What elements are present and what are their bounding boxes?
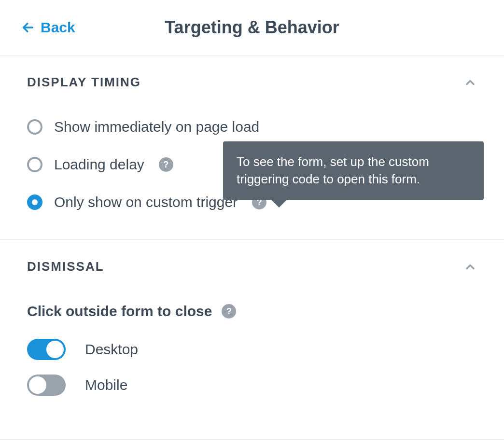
toggle-label: Mobile [85,377,127,393]
section-title: Dismissal [27,259,104,274]
chevron-up-icon [463,76,477,89]
toggle-label: Desktop [85,341,138,358]
section-header-display-timing[interactable]: Display Timing [27,75,477,90]
toggle-row-desktop: Desktop [27,339,477,360]
radio-label: Only show on custom trigger [54,194,238,210]
radio-label: Show immediately on page load [54,119,259,135]
section-header-dismissal[interactable]: Dismissal [27,259,477,274]
radio-row-immediate[interactable]: Show immediately on page load [27,119,477,135]
radio-input[interactable] [27,194,42,210]
radio-label: Loading delay [54,156,144,173]
tooltip: To see the form, set up the custom trigg… [223,141,484,200]
chevron-up-icon [463,260,477,274]
help-icon[interactable]: ? [222,304,236,319]
section-dismissal: Dismissal Click outside form to close ? … [0,240,504,440]
click-outside-label: Click outside form to close ? [27,303,477,319]
arrow-left-icon [21,21,35,34]
back-button[interactable]: Back [21,19,75,36]
page-title: Targeting & Behavior [0,17,504,38]
section-title: Display Timing [27,75,141,90]
tooltip-text: To see the form, set up the custom trigg… [237,154,429,186]
toggle-row-mobile: Mobile [27,375,477,396]
toggle-mobile[interactable] [27,375,66,396]
back-label: Back [41,19,75,36]
toggle-desktop[interactable] [27,339,66,360]
radio-input[interactable] [27,119,42,135]
radio-input[interactable] [27,157,42,172]
help-icon[interactable]: ? [159,157,173,172]
